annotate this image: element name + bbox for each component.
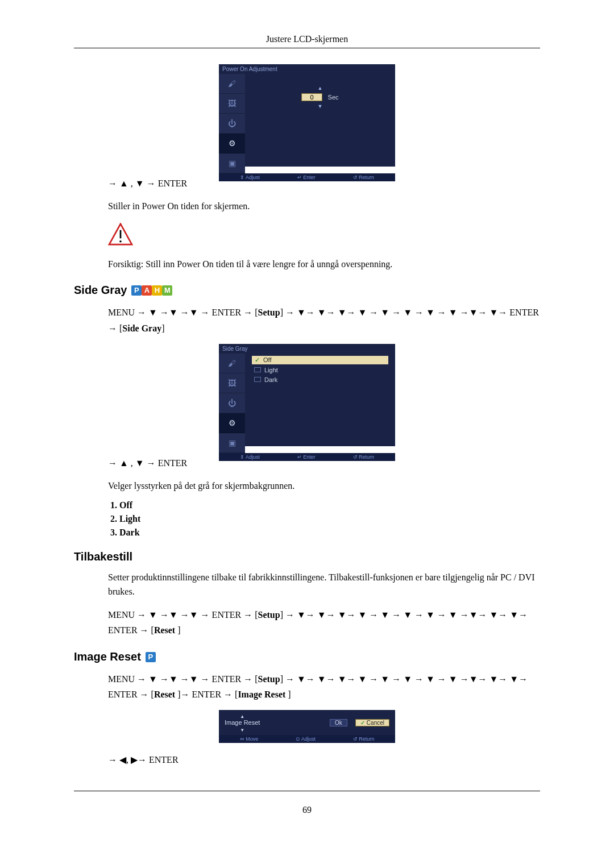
poweron-caution: Forsiktig: Still inn Power On tiden til …	[108, 257, 540, 272]
page-header-title: Justere LCD-skjermen	[74, 34, 540, 44]
down-arrow-icon: ▼	[318, 103, 323, 109]
sidegray-option-light: Light	[252, 366, 388, 374]
sidegray-heading: Side Gray P A H M	[74, 284, 540, 297]
poweron-desc: Stiller in Power On tiden for skjermen.	[108, 199, 540, 214]
cancel-button: ✓Cancel	[355, 719, 389, 726]
option-dark: Dark	[119, 528, 540, 538]
image-icon: 🖼	[219, 373, 245, 393]
warning-icon	[108, 223, 133, 248]
poweron-value: 0	[301, 93, 322, 101]
imagereset-nav2: → ◀, ▶→ ENTER	[108, 752, 540, 767]
tilbakestill-menu-path: MENU → ▼ →▼ →▼ → ENTER → [Setup] → ▼→ ▼→…	[108, 607, 540, 638]
sidegray-desc: Velger lysstyrken på det grå for skjermb…	[108, 479, 540, 493]
osd-footer-enter: ↵ Enter	[297, 175, 316, 180]
gear-icon: ⚙	[219, 134, 245, 153]
option-light: Light	[119, 514, 540, 524]
osd-footer-adjust: ⇕ Adjust	[240, 454, 260, 460]
badge-a-icon: A	[142, 285, 152, 296]
panel-icon: ▣	[219, 433, 245, 453]
osd-footer-return: ↺ Return	[353, 175, 375, 180]
gear-icon: ⚙	[219, 413, 245, 433]
osd-footer-enter: ↵ Enter	[297, 454, 316, 460]
ok-button: Ok	[330, 719, 347, 726]
osd-poweron: Power On Adjustment 🖌 🖼 ⏻ ⚙ ▣ ▲ 0 Sec	[219, 64, 395, 167]
page-number: 69	[74, 805, 540, 815]
option-off: Off	[119, 500, 540, 510]
badge-m-icon: M	[162, 285, 172, 296]
sidegray-options-list: Off Light Dark	[119, 500, 540, 538]
osd-footer-return: ↺ Return	[353, 736, 375, 742]
power-icon: ⏻	[219, 114, 245, 134]
mode-badges-single: P	[146, 652, 156, 662]
osd-sidegray: Side Gray 🖌 🖼 ⏻ ⚙ ▣ ✓Off Light Dark ⇕ Ad…	[219, 344, 395, 446]
osd-footer-adjust: ⊙ Adjust	[296, 736, 316, 742]
imagereset-menu-path: MENU → ▼ →▼ →▼ → ENTER → [Setup] → ▼→ ▼→…	[108, 671, 540, 702]
osd-footer-adjust: ⇕ Adjust	[240, 175, 260, 180]
power-icon: ⏻	[219, 393, 245, 413]
badge-p-icon: P	[131, 285, 142, 296]
sidegray-option-dark: Dark	[252, 376, 388, 384]
footer-rule	[74, 791, 540, 791]
image-icon: 🖼	[219, 94, 245, 114]
tilbakestill-desc: Setter produktinnstillingene tilbake til…	[108, 570, 540, 599]
tilbakestill-heading: Tilbakestill	[74, 550, 540, 563]
sidegray-menu-path: MENU → ▼ →▼ →▼ → ENTER → [Setup] → ▼→ ▼→…	[108, 305, 540, 335]
poweron-unit: Sec	[328, 94, 339, 101]
osd-imagereset-dialog: ▲ Image Reset ▼ Ok ✓Cancel ⇔ Move ⊙ Adju…	[219, 710, 395, 743]
header-rule	[74, 48, 540, 48]
panel-icon: ▣	[219, 153, 245, 173]
osd-poweron-title: Power On Adjustment	[219, 64, 395, 74]
osd-sidegray-title: Side Gray	[219, 344, 395, 354]
dialog-title: ▲ Image Reset ▼	[225, 712, 322, 733]
badge-p-icon: P	[146, 652, 156, 662]
svg-point-2	[119, 240, 122, 243]
brush-icon: 🖌	[219, 354, 245, 373]
up-arrow-icon: ▲	[318, 85, 323, 91]
osd-footer-return: ↺ Return	[353, 454, 375, 460]
brush-icon: 🖌	[219, 74, 245, 94]
mode-badges: P A H M	[131, 285, 172, 296]
osd-footer-move: ⇔ Move	[240, 736, 259, 742]
badge-h-icon: H	[152, 285, 162, 296]
imagereset-heading: Image Reset P	[74, 650, 540, 663]
sidegray-option-off: ✓Off	[252, 356, 388, 364]
